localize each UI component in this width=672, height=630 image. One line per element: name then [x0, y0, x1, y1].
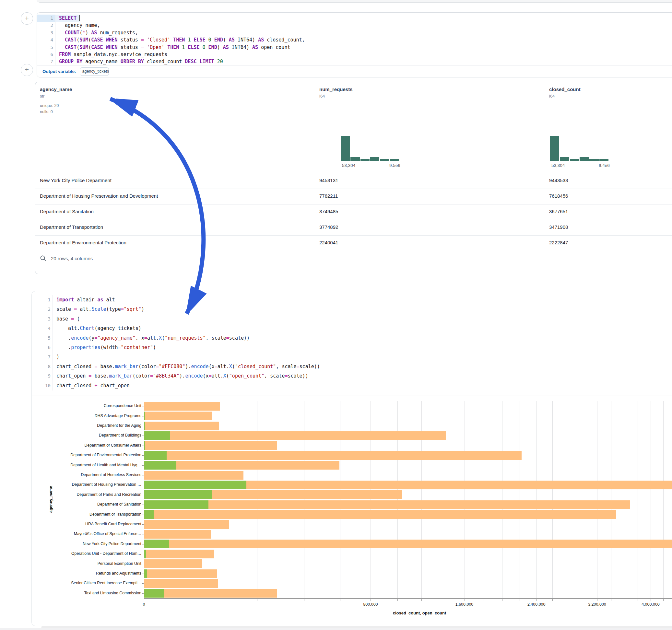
- column-histogram: [341, 136, 399, 161]
- arrow-path: [110, 99, 203, 314]
- histogram-bar: [550, 136, 559, 161]
- table-cell: 7782211: [319, 193, 338, 199]
- table-cell: 3677651: [549, 209, 568, 214]
- histogram-max-label: 9.5e6: [389, 163, 400, 168]
- code-line[interactable]: 9chart_open = base.mark_bar(color="#8BC3…: [32, 371, 672, 381]
- table-cell: 9443533: [549, 177, 568, 183]
- histogram-max-label: 9.4e6: [599, 163, 610, 168]
- page-bottom-band: [0, 628, 672, 630]
- histogram-min-label: 53,304: [342, 163, 355, 168]
- notebook-page: + + 1⌄SELECT 2 agency_name,3 COUNT(*) AS…: [0, 0, 672, 630]
- histogram-bar: [370, 157, 379, 161]
- line-number: 9: [32, 371, 53, 381]
- table-cell: 7618456: [549, 193, 568, 199]
- histogram-bar: [560, 157, 569, 161]
- code-text: chart_closed = base.mark_bar(color="#FFC…: [53, 362, 320, 371]
- column-header[interactable]: closed_count: [549, 87, 581, 92]
- histogram-bar: [580, 157, 589, 161]
- histogram-bar: [589, 159, 598, 161]
- line-number: 8: [32, 362, 53, 371]
- histogram-bar: [599, 159, 608, 161]
- table-cell: 2240041: [319, 240, 338, 245]
- histogram-bar: [380, 159, 389, 161]
- histogram-bar: [360, 159, 369, 161]
- table-cell: 9453131: [319, 177, 338, 183]
- column-type: i64: [319, 94, 325, 98]
- table-cell: 3471908: [549, 224, 568, 230]
- table-cell: 3774892: [319, 224, 338, 230]
- code-line[interactable]: 8chart_closed = base.mark_bar(color="#FF…: [32, 362, 672, 371]
- line-number: 10: [32, 381, 53, 390]
- code-text: chart_closed + chart_open: [53, 381, 130, 390]
- column-type: i64: [549, 94, 555, 98]
- table-cell: 3749485: [319, 209, 338, 214]
- table-cell: 2222847: [549, 240, 568, 245]
- column-header[interactable]: num_requests: [319, 87, 353, 92]
- code-output-divider: [32, 395, 672, 395]
- histogram-bar: [341, 136, 350, 161]
- code-text: chart_open = base.mark_bar(color="#8BC34…: [53, 371, 308, 381]
- code-line[interactable]: 10chart_closed + chart_open: [32, 381, 672, 390]
- histogram-min-label: 53,304: [551, 163, 565, 168]
- histogram-bar: [570, 159, 579, 161]
- annotation-arrow: [0, 0, 266, 357]
- histogram-bar: [390, 159, 399, 161]
- column-histogram: [550, 136, 608, 161]
- histogram-bar: [351, 157, 360, 161]
